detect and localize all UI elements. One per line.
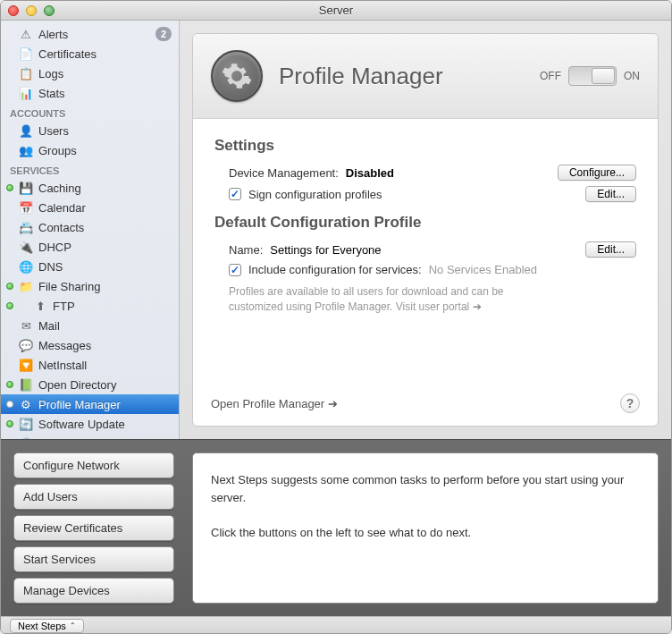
review-certificates-button[interactable]: Review Certificates bbox=[13, 515, 174, 541]
arrow-icon: ➔ bbox=[328, 397, 338, 410]
sidebar-label: Calendar bbox=[38, 201, 86, 215]
sidebar-label: NetInstall bbox=[38, 359, 87, 372]
status-dot bbox=[6, 420, 13, 427]
minimize-window-button[interactable] bbox=[26, 5, 37, 16]
sidebar-item-mail[interactable]: ✉Mail bbox=[1, 316, 179, 335]
include-services-label: Include configuration for services: bbox=[248, 263, 422, 276]
netinstall-icon: 🔽 bbox=[19, 358, 33, 372]
sidebar-label: Alerts bbox=[38, 28, 68, 41]
dns-icon: 🌐 bbox=[19, 259, 33, 274]
sidebar-item-open-directory[interactable]: 📗Open Directory bbox=[1, 375, 179, 394]
sidebar-item-time-machine[interactable]: 🕒Time Machine bbox=[1, 434, 179, 439]
panel-header: Profile Manager OFF ON bbox=[193, 34, 658, 119]
chevron-up-icon: ⌃ bbox=[70, 621, 76, 630]
fileshare-icon: 📁 bbox=[19, 279, 33, 293]
profile-name-label: Name: bbox=[229, 243, 263, 257]
sidebar-label: FTP bbox=[53, 300, 75, 313]
sidebar-item-alerts[interactable]: ⚠ Alerts 2 bbox=[1, 24, 179, 44]
status-dot bbox=[6, 283, 13, 290]
device-management-label: Device Management: bbox=[229, 166, 339, 180]
sidebar-label: Groups bbox=[38, 144, 77, 157]
sidebar-item-dhcp[interactable]: 🔌DHCP bbox=[1, 237, 179, 257]
sidebar-item-software-update[interactable]: 🔄Software Update bbox=[1, 414, 179, 434]
group-icon: 👥 bbox=[19, 143, 33, 157]
sidebar-label: Profile Manager bbox=[38, 398, 121, 411]
sidebar-item-stats[interactable]: 📊 Stats bbox=[1, 83, 179, 103]
sidebar: ⚠ Alerts 2 📄 Certificates 📋 Logs 📊 Stats… bbox=[1, 21, 180, 439]
window-titlebar: Server bbox=[1, 1, 671, 21]
stats-icon: 📊 bbox=[19, 86, 33, 100]
sidebar-label: Certificates bbox=[38, 47, 97, 61]
next-steps-panel: Configure NetworkAdd UsersReview Certifi… bbox=[1, 439, 671, 616]
ftp-icon: ⬆ bbox=[33, 299, 47, 313]
sidebar-item-messages[interactable]: 💬Messages bbox=[1, 335, 179, 355]
sidebar-item-certificates[interactable]: 📄 Certificates bbox=[1, 44, 179, 63]
manage-devices-button[interactable]: Manage Devices bbox=[13, 578, 174, 604]
configure-network-button[interactable]: Configure Network bbox=[13, 452, 174, 478]
messages-icon: 💬 bbox=[19, 338, 33, 352]
sidebar-label: Caching bbox=[38, 182, 81, 195]
open-profile-manager-link[interactable]: Open Profile Manager ➔ bbox=[211, 397, 338, 410]
mail-icon: ✉ bbox=[19, 318, 33, 333]
sidebar-item-profile-manager[interactable]: ⚙Profile Manager bbox=[1, 394, 179, 414]
sidebar-item-netinstall[interactable]: 🔽NetInstall bbox=[1, 355, 179, 375]
add-users-button[interactable]: Add Users bbox=[13, 484, 174, 510]
sidebar-label: Stats bbox=[38, 87, 65, 100]
sidebar-item-file-sharing[interactable]: 📁File Sharing bbox=[1, 276, 179, 296]
switch-on-label: ON bbox=[624, 70, 640, 82]
sidebar-label: DNS bbox=[38, 260, 63, 274]
settings-heading: Settings bbox=[214, 137, 636, 155]
sidebar-group-services: SERVICES bbox=[1, 160, 179, 178]
status-dot bbox=[6, 302, 13, 309]
profile-icon: ⚙ bbox=[19, 397, 33, 411]
sidebar-item-logs[interactable]: 📋 Logs bbox=[1, 63, 179, 83]
caution-icon: ⚠ bbox=[19, 27, 33, 41]
configure-button[interactable]: Configure... bbox=[558, 165, 636, 181]
dhcp-icon: 🔌 bbox=[19, 240, 33, 254]
sidebar-item-calendar[interactable]: 📅Calendar bbox=[1, 198, 179, 217]
switch-off-label: OFF bbox=[540, 70, 561, 82]
window-title: Server bbox=[1, 4, 671, 17]
status-dot bbox=[6, 381, 13, 388]
sidebar-item-users[interactable]: 👤 Users bbox=[1, 121, 179, 140]
caching-icon: 💾 bbox=[19, 181, 33, 195]
next-steps-toggle[interactable]: Next Steps ⌃ bbox=[10, 619, 84, 633]
sidebar-label: Users bbox=[38, 124, 69, 138]
sign-profiles-label: Sign configuration profiles bbox=[248, 188, 382, 201]
close-window-button[interactable] bbox=[8, 5, 19, 16]
sidebar-item-contacts[interactable]: 📇Contacts bbox=[1, 217, 179, 237]
default-profile-heading: Default Configuration Profile bbox=[214, 214, 636, 232]
include-services-checkbox[interactable] bbox=[229, 264, 241, 276]
profile-name-value: Settings for Everyone bbox=[270, 243, 381, 257]
sidebar-label: Time Machine bbox=[38, 437, 111, 440]
edit-sign-button[interactable]: Edit... bbox=[585, 186, 636, 202]
profile-hint: Profiles are available to all users for … bbox=[214, 279, 636, 315]
profile-manager-icon bbox=[211, 50, 263, 102]
sidebar-label: Messages bbox=[38, 339, 91, 352]
sidebar-label: Software Update bbox=[38, 418, 125, 431]
arrow-icon: ➔ bbox=[473, 300, 482, 313]
contacts-icon: 📇 bbox=[19, 220, 33, 234]
swupdate-icon: 🔄 bbox=[19, 417, 33, 431]
certificate-icon: 📄 bbox=[19, 46, 33, 61]
od-icon: 📗 bbox=[19, 377, 33, 392]
status-dot bbox=[6, 401, 13, 408]
include-services-value: No Services Enabled bbox=[429, 263, 537, 276]
help-button[interactable]: ? bbox=[620, 393, 640, 413]
status-dot bbox=[6, 184, 13, 191]
next-steps-text: Next Steps suggests some common tasks to… bbox=[192, 452, 659, 604]
zoom-window-button[interactable] bbox=[44, 5, 55, 16]
footer-bar: Next Steps ⌃ bbox=[1, 616, 671, 634]
sidebar-label: Contacts bbox=[38, 221, 84, 234]
panel-title: Profile Manager bbox=[279, 63, 524, 90]
sidebar-item-caching[interactable]: 💾Caching bbox=[1, 178, 179, 198]
sidebar-item-ftp[interactable]: ⬆FTP bbox=[1, 296, 179, 316]
start-services-button[interactable]: Start Services bbox=[13, 546, 174, 572]
device-management-value: Disabled bbox=[346, 166, 394, 180]
sign-profiles-checkbox[interactable] bbox=[229, 188, 241, 200]
sidebar-item-dns[interactable]: 🌐DNS bbox=[1, 257, 179, 276]
sidebar-item-groups[interactable]: 👥 Groups bbox=[1, 140, 179, 160]
alerts-badge: 2 bbox=[155, 27, 172, 41]
edit-profile-button[interactable]: Edit... bbox=[585, 241, 636, 258]
service-toggle[interactable] bbox=[568, 66, 617, 86]
